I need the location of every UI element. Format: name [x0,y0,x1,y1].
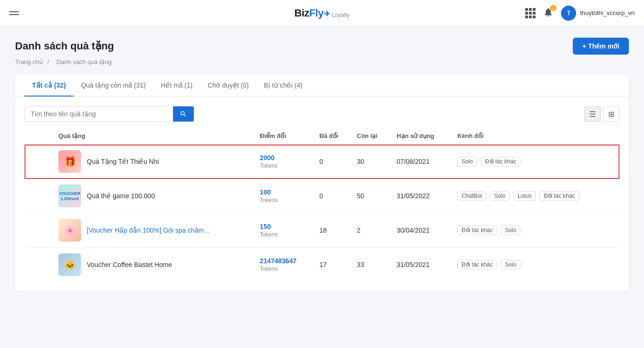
exchanged-cell-1: 0 [314,145,351,179]
points-value-3: 150 [260,223,271,230]
table-row: 🎁 Quà Tặng Tết Thiếu Nhi 2000 Tokens 0 3… [25,145,619,179]
col-remaining: Còn lại [351,128,391,145]
breadcrumb: Trang chủ / Danh sách quà tặng [15,58,629,65]
notification-badge: 1 [550,5,556,11]
page-title: Danh sách quà tặng [15,40,114,52]
toggle-cell-3 [25,213,53,248]
breadcrumb-separator: / [47,58,49,65]
col-toggle [25,128,53,145]
breadcrumb-home[interactable]: Trang chủ [15,58,43,65]
channel-tag: Solo [457,157,477,166]
table-row: VOUCHER 1.000vnd Quà thẻ game 100.000 10… [25,179,619,213]
points-unit-2: Tokens [260,197,278,203]
gift-cell-1: 🎁 Quà Tặng Tết Thiếu Nhi [53,145,254,179]
table-header-row: Quà tặng Điểm đổi Đã đổi Còn lại Hạn sử … [25,128,619,145]
search-button[interactable] [173,106,194,121]
points-value-4: 2147483647 [260,257,297,265]
table-row: 🌸 [Voucher Hấp dẫn 100%] Gói spa chăm...… [25,213,619,248]
col-points: Điểm đổi [254,128,314,145]
user-name: thuytothi_vccorp_vn [580,9,635,16]
page-content: Danh sách quà tặng + Thêm mới Trang chủ … [0,26,644,302]
apps-icon[interactable] [525,8,536,18]
gift-cell-4: 🐱 Voucher Coffee Bastet Home [53,248,254,282]
header-left [9,11,19,15]
search-area: ☰ ⊞ [15,97,629,128]
points-value-1: 2000 [260,154,274,162]
tab-all[interactable]: Tất cả (32) [25,75,74,97]
gifts-table: Quà tặng Điểm đổi Đã đổi Còn lại Hạn sử … [25,128,619,282]
gift-name-2: Quà thẻ game 100.000 [87,192,155,200]
toggle-cell-2 [25,179,53,213]
gift-image-2: VOUCHER 1.000vnd [58,185,81,207]
points-unit-3: Tokens [260,231,278,238]
remaining-cell-3: 2 [351,213,391,248]
user-info[interactable]: T thuytothi_vccorp_vn [561,6,635,21]
search-input-wrap [25,106,194,122]
points-cell-2: 100 Tokens [254,179,314,213]
expiry-cell-2: 31/05/2022 [391,179,452,213]
remaining-cell-2: 50 [351,179,391,213]
header: BizFly✈ Loyalty 1 T thuytothi_vccorp_vn [0,0,644,26]
remaining-cell-4: 33 [351,248,391,282]
exchanged-cell-3: 18 [314,213,351,248]
avatar: T [561,6,576,21]
channels-cell-1: Solo Đối tác khác [452,145,619,179]
expiry-cell-4: 31/05/2021 [391,248,452,282]
toggle-cell-1 [25,145,53,179]
tab-rejected[interactable]: Bị từ chối (4) [256,75,310,97]
tab-with-code[interactable]: Quà tặng còn mã (31) [74,75,153,97]
channels-cell-2: ChatBot Solo Lotus Đối tác khác [452,179,619,213]
channel-tag: Lotus [513,191,536,201]
channel-tag: Solo [501,226,520,235]
tab-expired[interactable]: Hết mã (1) [153,75,200,97]
gift-cell-2: VOUCHER 1.000vnd Quà thẻ game 100.000 [53,179,254,213]
col-gift: Quà tặng [53,128,254,145]
table-wrap: Quà tặng Điểm đổi Đã đổi Còn lại Hạn sử … [15,128,629,291]
channel-tag: ChatBot [457,191,486,201]
view-toggles: ☰ ⊞ [584,106,619,122]
grid-view-button[interactable]: ⊞ [603,106,619,122]
remaining-cell-1: 30 [351,145,391,179]
header-right: 1 T thuytothi_vccorp_vn [525,6,635,21]
gift-name-3[interactable]: [Voucher Hấp dẫn 100%] Gói spa chăm... [87,227,209,234]
logo-loyalty-text: Loyalty [332,12,350,18]
exchanged-cell-2: 0 [314,179,351,213]
logo: BizFly✈ Loyalty [294,7,349,19]
channel-tag: Đối tác khác [539,191,579,201]
channel-tag: Đối tác khác [481,157,520,166]
gift-image-4: 🐱 [58,253,81,276]
notification-button[interactable]: 1 [543,7,553,19]
add-new-button[interactable]: + Thêm mới [573,38,629,55]
expiry-cell-3: 30/04/2021 [391,213,452,248]
col-channels: Kênh đổi [452,128,619,145]
gift-image-3: 🌸 [58,219,81,242]
page-header: Danh sách quà tặng + Thêm mới [15,38,629,55]
channel-tag: Đối tác khác [457,226,497,235]
channel-tag: Solo [490,191,510,201]
points-cell-3: 150 Tokens [254,213,314,248]
tab-pending[interactable]: Chờ duyệt (0) [200,75,256,97]
breadcrumb-current: Danh sách quà tặng [57,58,112,65]
list-view-button[interactable]: ☰ [584,106,601,122]
tabs-bar: Tất cả (32) Quà tặng còn mã (31) Hết mã … [15,75,629,97]
toggle-cell-4 [25,248,53,282]
channels-cell-3: Đối tác khác Solo [452,213,619,248]
logo-text: BizFly✈ [294,7,330,19]
table-row: 🐱 Voucher Coffee Bastet Home 2147483647 … [25,248,619,282]
channel-tag: Đối tác khác [457,260,497,269]
gift-cell-3: 🌸 [Voucher Hấp dẫn 100%] Gói spa chăm... [53,213,254,248]
gift-name-1: Quà Tặng Tết Thiếu Nhi [87,158,159,165]
points-unit-4: Tokens [260,266,278,272]
points-cell-4: 2147483647 Tokens [254,248,314,282]
points-cell-1: 2000 Tokens [254,145,314,179]
channel-tag: Solo [501,260,520,269]
search-input[interactable] [25,106,173,121]
col-exchanged: Đã đổi [314,128,351,145]
exchanged-cell-4: 17 [314,248,351,282]
channels-cell-4: Đối tác khác Solo [452,248,619,282]
main-card: Tất cả (32) Quà tặng còn mã (31) Hết mã … [15,75,629,291]
points-unit-1: Tokens [260,162,278,169]
gift-image-1: 🎁 [58,150,81,173]
menu-icon[interactable] [9,11,19,15]
expiry-cell-1: 07/08/2021 [391,145,452,179]
